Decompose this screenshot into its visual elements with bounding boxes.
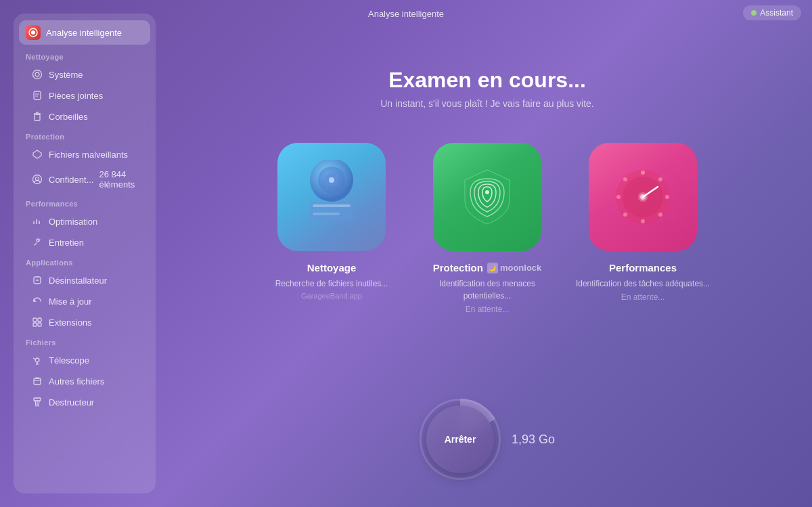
cards-row: Nettoyage Recherche de fichiers inutiles… xyxy=(264,143,710,314)
moonlock-icon: 🌙 xyxy=(487,263,498,273)
storage-text: 1,93 Go xyxy=(512,433,555,447)
sidebar-active-label: Analyse intelligente xyxy=(46,28,122,38)
svg-point-30 xyxy=(329,177,334,183)
svg-rect-25 xyxy=(34,378,41,384)
bottom-controls: Arrêter 1,93 Go xyxy=(420,399,555,480)
stop-button[interactable]: Arrêter xyxy=(426,405,494,473)
svg-point-34 xyxy=(485,190,489,194)
card-protection: Protection 🌙 moonlock Identification des… xyxy=(420,143,555,314)
sidebar: Analyse intelligente Nettoyage Système P… xyxy=(14,14,156,493)
sidebar-item-corbeilles[interactable]: Corbeilles xyxy=(19,106,150,127)
svg-point-2 xyxy=(33,70,42,79)
performances-card-icon xyxy=(589,143,697,251)
sidebar-item-confidentialite[interactable]: Confident... 26 844 éléments xyxy=(19,165,150,194)
entretien-label: Entretien xyxy=(49,238,84,248)
nettoyage-card-title: Nettoyage xyxy=(307,262,357,273)
performances-card-desc: Identification des tâches adéquates... xyxy=(576,278,710,290)
svg-rect-7 xyxy=(35,114,40,120)
protection-card-title: Protection 🌙 moonlock xyxy=(433,262,542,273)
corbeilles-label: Corbeilles xyxy=(49,112,88,122)
sidebar-item-mise-a-jour[interactable]: Mise à jour xyxy=(19,291,150,311)
sidebar-item-fichiers-malveillants[interactable]: Fichiers malveillants xyxy=(19,144,150,164)
maintenance-icon xyxy=(31,236,43,248)
systeme-label: Système xyxy=(49,70,83,80)
card-nettoyage: Nettoyage Recherche de fichiers inutiles… xyxy=(264,143,399,300)
files-icon xyxy=(31,375,43,387)
sidebar-item-analyse[interactable]: Analyse intelligente xyxy=(19,20,150,45)
svg-rect-4 xyxy=(34,91,41,100)
extensions-label: Extensions xyxy=(49,317,92,328)
attachment-icon xyxy=(31,89,43,102)
svg-point-37 xyxy=(641,171,645,175)
svg-rect-19 xyxy=(33,323,37,326)
section-performances: Performances xyxy=(14,194,156,211)
trash-icon xyxy=(31,110,43,123)
svg-rect-18 xyxy=(38,318,41,322)
svg-point-38 xyxy=(658,177,662,181)
sidebar-item-desinstallateur[interactable]: Désinstallateur xyxy=(19,270,150,290)
privacy-icon xyxy=(31,173,43,185)
main-content: Examen en cours... Un instant, s'il vous… xyxy=(162,0,812,507)
svg-point-21 xyxy=(35,358,39,362)
section-nettoyage: Nettoyage xyxy=(14,47,156,64)
svg-point-11 xyxy=(36,177,39,181)
section-applications: Applications xyxy=(14,253,156,269)
optimisation-label: Optimisation xyxy=(49,217,97,227)
extensions-icon xyxy=(31,316,43,328)
svg-rect-17 xyxy=(33,318,37,322)
protection-card-icon xyxy=(433,143,541,251)
svg-line-24 xyxy=(33,358,36,359)
svg-rect-20 xyxy=(38,323,41,326)
svg-point-47 xyxy=(640,194,646,200)
card-performances: Performances Identification des tâches a… xyxy=(575,143,710,302)
sidebar-item-autres-fichiers[interactable]: Autres fichiers xyxy=(19,371,150,391)
mise-a-jour-label: Mise à jour xyxy=(49,296,92,307)
sidebar-item-telescope[interactable]: Télescope xyxy=(19,350,150,370)
sidebar-item-entretien[interactable]: Entretien xyxy=(19,232,150,252)
performances-card-title: Performances xyxy=(609,262,677,273)
desinstallateur-label: Désinstallateur xyxy=(49,275,107,286)
pieces-jointes-label: Pièces jointes xyxy=(49,91,103,101)
destructeur-label: Destructeur xyxy=(49,397,94,407)
telescope-label: Télescope xyxy=(49,355,89,366)
uninstall-icon xyxy=(31,274,43,286)
fichiers-malveillants-label: Fichiers malveillants xyxy=(49,150,128,160)
telescope-icon xyxy=(31,354,43,366)
section-fichiers: Fichiers xyxy=(14,333,156,349)
performances-card-status: En attente... xyxy=(621,292,665,302)
scan-title: Examen en cours... xyxy=(388,68,586,93)
svg-point-41 xyxy=(641,219,645,223)
sidebar-item-pieces-jointes[interactable]: Pièces jointes xyxy=(19,85,150,106)
optimization-icon xyxy=(31,215,43,227)
nettoyage-card-desc: Recherche de fichiers inutiles... xyxy=(275,278,388,290)
stop-btn-container: Arrêter xyxy=(420,399,501,480)
protection-card-status: En attente... xyxy=(466,305,510,314)
confidentialite-badge: 26 844 éléments xyxy=(99,169,139,190)
svg-point-1 xyxy=(31,30,35,35)
sidebar-item-optimisation[interactable]: Optimisation xyxy=(19,211,150,232)
sidebar-item-destructeur[interactable]: Destructeur xyxy=(19,392,150,412)
svg-point-42 xyxy=(623,213,627,217)
scan-subtitle: Un instant, s'il vous plaît ! Je vais fa… xyxy=(380,98,594,109)
svg-point-3 xyxy=(35,72,39,76)
system-icon xyxy=(31,68,43,81)
svg-point-39 xyxy=(665,195,669,199)
nettoyage-card-icon xyxy=(277,143,386,251)
svg-rect-32 xyxy=(313,204,351,207)
sidebar-item-systeme[interactable]: Système xyxy=(19,64,150,85)
protection-card-desc: Identification des menaces potentielles.… xyxy=(420,278,555,302)
moonlock-brand: 🌙 moonlock xyxy=(487,263,541,273)
update-icon xyxy=(31,295,43,307)
section-protection: Protection xyxy=(14,127,156,144)
svg-point-43 xyxy=(616,195,621,199)
svg-point-44 xyxy=(623,177,627,181)
nettoyage-card-app: GarageeBand.app xyxy=(301,292,362,300)
analyse-icon xyxy=(26,25,41,40)
svg-point-40 xyxy=(658,213,662,217)
confidentialite-label: Confident... xyxy=(49,175,94,185)
shredder-icon xyxy=(31,396,43,408)
autres-fichiers-label: Autres fichiers xyxy=(49,376,104,387)
malware-icon xyxy=(31,148,43,160)
svg-rect-33 xyxy=(313,213,340,215)
sidebar-item-extensions[interactable]: Extensions xyxy=(19,312,150,332)
